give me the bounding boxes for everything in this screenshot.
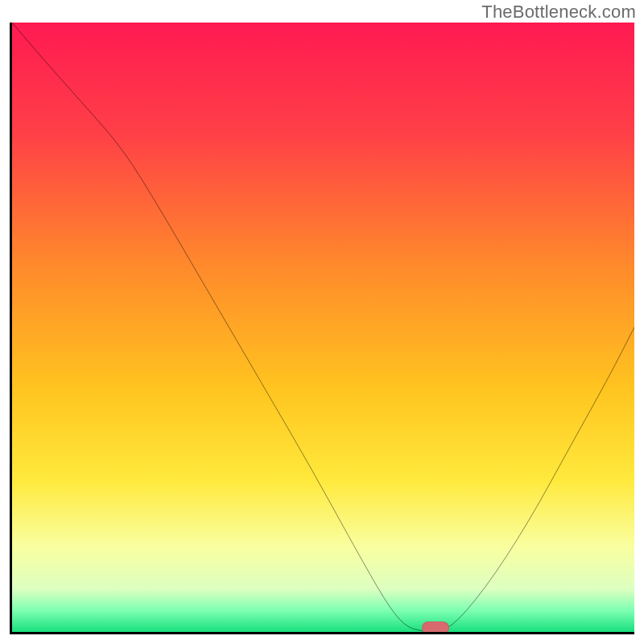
watermark-text: TheBottleneck.com: [481, 2, 636, 23]
chart-frame: TheBottleneck.com: [0, 0, 644, 644]
optimal-point-marker: [422, 621, 449, 634]
bottleneck-curve: [12, 23, 634, 632]
plot-area: [10, 23, 634, 634]
